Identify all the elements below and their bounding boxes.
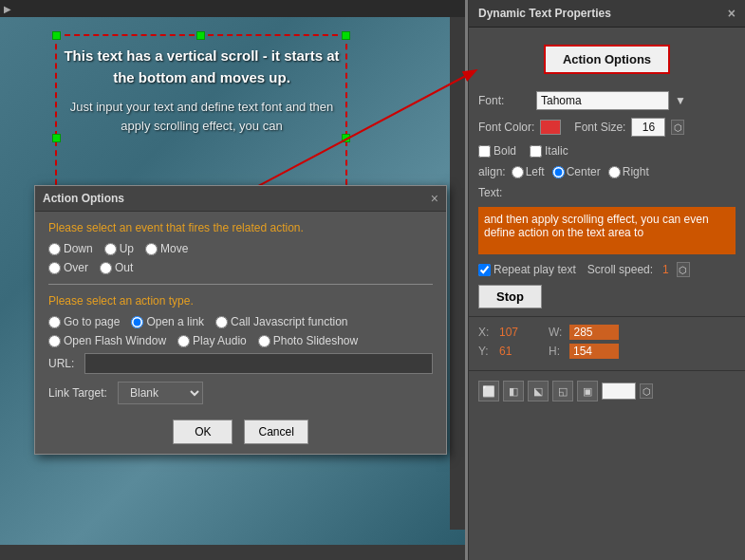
scroll-speed-label: Scroll speed:: [587, 263, 653, 276]
text-area[interactable]: and then apply scrolling effect, you can…: [478, 207, 736, 254]
repeat-label: Repeat play text: [494, 263, 576, 276]
icon-btn-5[interactable]: ▣: [577, 381, 598, 401]
action-calljs-label[interactable]: Call Javascript function: [215, 315, 347, 328]
handle-mr[interactable]: [342, 134, 350, 142]
link-target-select[interactable]: Blank Self Parent Top: [118, 382, 203, 404]
icon-btn-4[interactable]: ◱: [552, 381, 573, 401]
event-move-label[interactable]: Move: [145, 242, 188, 255]
align-center-label[interactable]: Center: [552, 165, 601, 178]
stop-button[interactable]: Stop: [478, 285, 542, 308]
action-openflash-text: Open Flash Window: [64, 334, 166, 347]
icon-btn-3[interactable]: ⬕: [528, 381, 549, 401]
align-left-radio[interactable]: [512, 166, 524, 178]
action-playaudio-radio[interactable]: [177, 335, 190, 347]
action-openflash-radio[interactable]: [48, 335, 61, 347]
action-gotopage-label[interactable]: Go to page: [48, 315, 120, 328]
canvas-hscroll[interactable]: [0, 545, 465, 560]
w-label: W:: [549, 326, 562, 339]
action-dialog: Action Options × Please select an event …: [34, 185, 447, 455]
canvas-text: This text has a vertical scroll - it sta…: [62, 46, 342, 135]
event-move-radio[interactable]: [145, 243, 158, 255]
bold-checkbox[interactable]: [478, 145, 491, 158]
action-calljs-radio[interactable]: [215, 316, 228, 328]
x-label: X:: [478, 326, 492, 339]
event-down-label[interactable]: Down: [48, 242, 93, 255]
action-options-button[interactable]: Action Options: [544, 45, 670, 74]
italic-checkbox[interactable]: [530, 145, 542, 158]
repeat-row: Repeat play text Scroll speed: 1 ⬡: [469, 258, 745, 281]
align-center-radio[interactable]: [552, 166, 565, 178]
pct-input[interactable]: 100: [602, 383, 636, 400]
event-radio-row-2: Over Out: [48, 261, 433, 274]
action-radio-row-2: Open Flash Window Play Audio Photo Slide…: [48, 334, 433, 347]
font-size-input[interactable]: [631, 118, 665, 137]
icon-btn-1[interactable]: ⬜: [478, 381, 499, 401]
action-openlink-label[interactable]: Open a link: [131, 315, 204, 328]
x-value: 107: [499, 326, 533, 339]
action-section-label: Please select an action type.: [48, 294, 433, 308]
align-row: align: Left Center Right: [469, 161, 745, 182]
font-color-label: Font Color:: [478, 121, 534, 134]
h-input[interactable]: [569, 344, 619, 359]
action-radio-row-1: Go to page Open a link Call Javascript f…: [48, 315, 433, 328]
canvas-sub-text: Just input your text and define text fon…: [62, 98, 342, 135]
align-right-text: Right: [623, 165, 649, 178]
italic-label: Italic: [545, 144, 568, 158]
dialog-ok-button[interactable]: OK: [173, 420, 233, 444]
handle-tr[interactable]: [342, 31, 350, 40]
repeat-checkbox[interactable]: [478, 264, 491, 276]
bold-checkbox-label[interactable]: Bold: [478, 144, 516, 158]
handle-tm[interactable]: [196, 31, 205, 40]
align-center-text: Center: [567, 165, 601, 178]
event-up-radio[interactable]: [104, 243, 117, 255]
canvas-vscroll[interactable]: [450, 17, 465, 530]
text-label: Text:: [478, 186, 502, 199]
text-label-row: Text:: [469, 182, 745, 203]
icon-btn-2[interactable]: ◧: [503, 381, 524, 401]
handle-ml[interactable]: [52, 134, 61, 142]
action-photoslideshow-radio[interactable]: [258, 335, 270, 347]
coords-section: X: 107 W: Y: 61 H:: [469, 321, 745, 366]
handle-tl[interactable]: [52, 31, 61, 40]
event-down-radio[interactable]: [48, 243, 61, 255]
action-gotopage-radio[interactable]: [48, 316, 61, 328]
url-label: URL:: [48, 357, 77, 370]
w-input[interactable]: [569, 325, 619, 340]
link-target-label: Link Target:: [48, 386, 110, 400]
align-right-radio[interactable]: [608, 166, 621, 178]
event-out-text: Out: [115, 261, 133, 274]
italic-checkbox-label[interactable]: Italic: [530, 144, 568, 158]
action-photoslideshow-label[interactable]: Photo Slideshow: [258, 334, 358, 347]
action-openlink-radio[interactable]: [131, 316, 143, 328]
align-label: align:: [478, 165, 506, 178]
bold-label: Bold: [494, 144, 516, 158]
dialog-cancel-button[interactable]: Cancel: [244, 420, 307, 444]
align-left-label[interactable]: Left: [512, 165, 545, 178]
event-out-radio[interactable]: [100, 262, 112, 274]
panel-close-btn[interactable]: ×: [728, 6, 736, 21]
panel-title-bar: Dynamic Text Properties ×: [469, 0, 745, 28]
pct-spinner[interactable]: ⬡: [640, 383, 653, 399]
bold-italic-row: Bold Italic: [469, 140, 745, 161]
action-photoslideshow-text: Photo Slideshow: [273, 334, 358, 347]
action-openlink-text: Open a link: [146, 315, 204, 328]
dialog-close-btn[interactable]: ×: [431, 191, 438, 206]
event-up-label[interactable]: Up: [104, 242, 134, 255]
panel-title: Dynamic Text Properties: [478, 7, 611, 20]
font-size-spinner[interactable]: ⬡: [671, 120, 684, 135]
event-over-radio[interactable]: [48, 262, 61, 274]
event-out-label[interactable]: Out: [100, 261, 133, 274]
action-playaudio-label[interactable]: Play Audio: [177, 334, 247, 347]
font-label: Font:: [478, 94, 531, 107]
align-right-label[interactable]: Right: [608, 165, 649, 178]
link-target-row: Link Target: Blank Self Parent Top: [48, 382, 433, 404]
scroll-speed-spinner[interactable]: ⬡: [677, 262, 690, 277]
font-input[interactable]: [536, 91, 669, 110]
url-input[interactable]: [84, 353, 433, 374]
action-gotopage-text: Go to page: [64, 315, 120, 328]
action-openflash-label[interactable]: Open Flash Window: [48, 334, 166, 347]
event-over-label[interactable]: Over: [48, 261, 88, 274]
font-dropdown-arrow[interactable]: ▼: [675, 94, 686, 107]
font-color-swatch[interactable]: [540, 120, 561, 135]
repeat-checkbox-label[interactable]: Repeat play text: [478, 263, 576, 276]
